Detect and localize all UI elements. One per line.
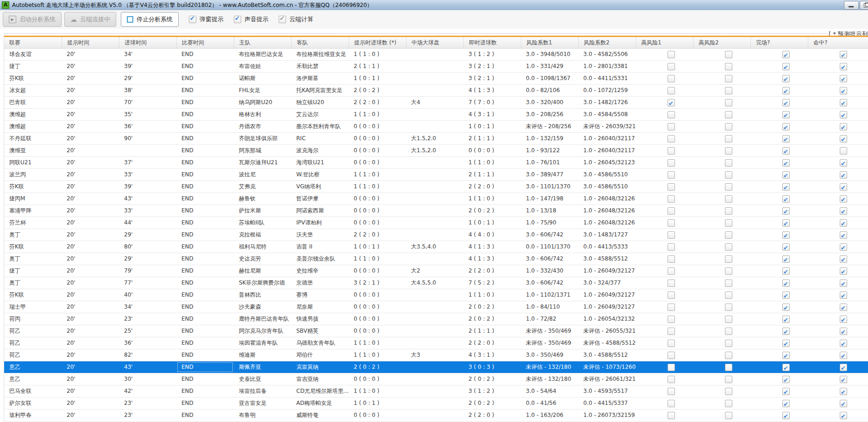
- hr1-checkbox[interactable]: [668, 99, 675, 106]
- table-row[interactable]: 奥丁20'29'END克拉根福沃夫堡2 ( 2 : 0 )4 ( 4 : 0 )…: [4, 229, 868, 241]
- hr2-checkbox[interactable]: [725, 352, 732, 359]
- table-row[interactable]: 瑞士甲20'34'END沙夫豪森尼奈斯0 ( 0 : 0 )2 ( 0 : 2 …: [4, 301, 868, 313]
- hit-checkbox[interactable]: [840, 207, 847, 215]
- hit-checkbox[interactable]: [840, 267, 847, 275]
- hit-checkbox[interactable]: [840, 328, 847, 335]
- hr1-checkbox[interactable]: [668, 267, 675, 275]
- header-risk1[interactable]: 风险系数1: [521, 37, 578, 48]
- hr2-checkbox[interactable]: [725, 412, 732, 419]
- start-analysis-button[interactable]: ▶ 启动分析系统: [3, 12, 62, 27]
- table-row[interactable]: 芬兰杯20'44'END苏埃帕II队IPV谭柏利0 ( 0 : 0 )1 ( 0…: [4, 217, 868, 229]
- finished-checkbox[interactable]: [782, 328, 790, 335]
- hr2-checkbox[interactable]: [725, 279, 732, 287]
- hr1-checkbox[interactable]: [668, 292, 675, 299]
- hit-checkbox[interactable]: [840, 412, 847, 419]
- cloud-connecting-button[interactable]: ☁ 云端连接中: [64, 12, 116, 27]
- finished-checkbox[interactable]: [782, 51, 790, 58]
- hr2-checkbox[interactable]: [725, 207, 732, 215]
- hr2-checkbox[interactable]: [725, 328, 732, 335]
- hr2-checkbox[interactable]: [725, 316, 732, 323]
- table-row[interactable]: 球会友谊20'34'END布拉格斯巴达女足布拉格斯拉维亚女足1 ( 1 : 0 …: [4, 49, 868, 61]
- table-row[interactable]: 玻利甲春20'23'END布鲁明威斯特曼0 ( 0 : 0 )2 ( 2 : 0…: [4, 410, 868, 422]
- finished-checkbox[interactable]: [782, 123, 790, 130]
- hr1-checkbox[interactable]: [668, 51, 675, 58]
- hr1-checkbox[interactable]: [668, 207, 675, 215]
- hr1-checkbox[interactable]: [668, 376, 675, 383]
- header-goals-at-tip[interactable]: 提示时进球数 (*): [349, 37, 406, 48]
- table-row[interactable]: 奥丁20'77'ENDSK菲尔斯腾费尔德京德堡3 ( 2 : 1 )大4.5,5…: [4, 277, 868, 289]
- hit-checkbox[interactable]: [840, 195, 847, 203]
- hr1-checkbox[interactable]: [668, 87, 675, 94]
- hit-checkbox[interactable]: [840, 219, 847, 227]
- hr1-checkbox[interactable]: [668, 219, 675, 227]
- hr2-checkbox[interactable]: [725, 135, 732, 143]
- finished-checkbox[interactable]: [782, 219, 790, 227]
- finished-checkbox[interactable]: [782, 304, 790, 311]
- cloud-calc-checkbox[interactable]: [279, 16, 286, 23]
- header-away-team[interactable]: 客队: [291, 37, 349, 48]
- table-row[interactable]: 奥丁20'29'END史达克劳圣普尔顿业余队1 ( 1 : 0 )4 ( 1 :…: [4, 253, 868, 265]
- hr1-checkbox[interactable]: [668, 135, 675, 143]
- finished-checkbox[interactable]: [782, 87, 790, 94]
- hr1-checkbox[interactable]: [668, 171, 675, 179]
- finished-checkbox[interactable]: [782, 183, 790, 191]
- header-finished[interactable]: 完场?: [750, 37, 808, 48]
- table-row[interactable]: 芬K联20'39'END艾弗克VG纳塔利1 ( 1 : 0 )2 ( 2 : 0…: [4, 181, 868, 193]
- hr2-checkbox[interactable]: [725, 255, 732, 263]
- hit-checkbox[interactable]: [840, 135, 847, 143]
- hit-checkbox[interactable]: [840, 51, 847, 58]
- table-row[interactable]: 澳维亚20'END阿东那城波克海尔0 ( 0 : 0 )大1.5,2.00 ( …: [4, 145, 868, 157]
- table-row[interactable]: 荷乙20'25'END阿尔克马尔青年队SBV精英0 ( 0 : 0 )2 ( 1…: [4, 325, 868, 337]
- sound-alert-checkbox[interactable]: [234, 16, 241, 23]
- header-home-team[interactable]: 主队: [234, 37, 291, 48]
- table-row[interactable]: 澳维超20'35'END格林古利艾云达尔1 ( 1 : 0 )4 ( 3 : 1…: [4, 109, 868, 121]
- finished-checkbox[interactable]: [782, 159, 790, 167]
- table-row[interactable]: 巴马全联20'42'END埃雷拉后备CD尤尼维尔斯塔里...1 ( 1 : 0 …: [4, 385, 868, 397]
- hr2-checkbox[interactable]: [725, 243, 732, 251]
- finished-checkbox[interactable]: [782, 292, 790, 299]
- hit-checkbox[interactable]: [840, 400, 847, 407]
- table-row[interactable]: 冰女超20'38'ENDFHL女足托KA阿克雷里女足2 ( 0 : 2 )4 (…: [4, 85, 868, 97]
- table-row[interactable]: 芬K联20'80'END祖利马尼特吉普 II1 ( 0 : 1 )大3.5,4.…: [4, 241, 868, 253]
- hr2-checkbox[interactable]: [725, 111, 732, 118]
- finished-checkbox[interactable]: [782, 135, 790, 143]
- finished-checkbox[interactable]: [782, 207, 790, 215]
- hit-checkbox[interactable]: [840, 243, 847, 251]
- stop-analysis-button[interactable]: 停止分析系统: [121, 12, 179, 27]
- finished-checkbox[interactable]: [782, 388, 790, 395]
- hit-checkbox[interactable]: [840, 183, 847, 191]
- table-row[interactable]: 巴青联20'70'END纳乌阿斯U20独立镇U202 ( 2 : 0 )大47 …: [4, 97, 868, 109]
- header-live-goals[interactable]: 即时进球数: [463, 37, 521, 48]
- hit-checkbox[interactable]: [840, 63, 847, 70]
- hr1-checkbox[interactable]: [668, 400, 675, 407]
- hit-checkbox[interactable]: [840, 292, 847, 299]
- header-high-risk2[interactable]: 高风险2: [693, 37, 750, 48]
- hit-checkbox[interactable]: [840, 159, 847, 167]
- hit-checkbox[interactable]: [840, 147, 847, 155]
- hr1-checkbox[interactable]: [668, 111, 675, 118]
- hr2-checkbox[interactable]: [725, 87, 732, 94]
- hr1-checkbox[interactable]: [668, 279, 675, 287]
- hr2-checkbox[interactable]: [725, 195, 732, 203]
- hr1-checkbox[interactable]: [668, 255, 675, 263]
- table-row[interactable]: 澳维超20'36'END丹德农市墨尔本胜利青年队0 ( 0 : 0 )1 ( 0…: [4, 121, 868, 133]
- hr1-checkbox[interactable]: [668, 243, 675, 251]
- hit-checkbox[interactable]: [840, 255, 847, 263]
- hr1-checkbox[interactable]: [668, 195, 675, 203]
- table-row[interactable]: 捷丙M20'43'END赫鲁钦哲诺伊摩0 ( 0 : 0 )1 ( 1 : 0 …: [4, 193, 868, 205]
- finished-checkbox[interactable]: [782, 267, 790, 275]
- finished-checkbox[interactable]: [782, 195, 790, 203]
- finished-checkbox[interactable]: [782, 99, 790, 106]
- table-row[interactable]: 意乙20'43'END斯佩齐亚克雷莫纳2 ( 0 : 2 )3 ( 0 : 3 …: [4, 361, 868, 373]
- hit-checkbox[interactable]: [840, 340, 847, 347]
- hit-checkbox[interactable]: [840, 171, 847, 179]
- hr2-checkbox[interactable]: [725, 183, 732, 191]
- finished-checkbox[interactable]: [782, 147, 790, 155]
- hr1-checkbox[interactable]: [668, 388, 675, 395]
- hr2-checkbox[interactable]: [725, 159, 732, 167]
- hit-checkbox[interactable]: [840, 87, 847, 94]
- hr1-checkbox[interactable]: [668, 147, 675, 155]
- hr2-checkbox[interactable]: [725, 400, 732, 407]
- hit-checkbox[interactable]: [840, 364, 847, 371]
- hit-checkbox[interactable]: [840, 388, 847, 395]
